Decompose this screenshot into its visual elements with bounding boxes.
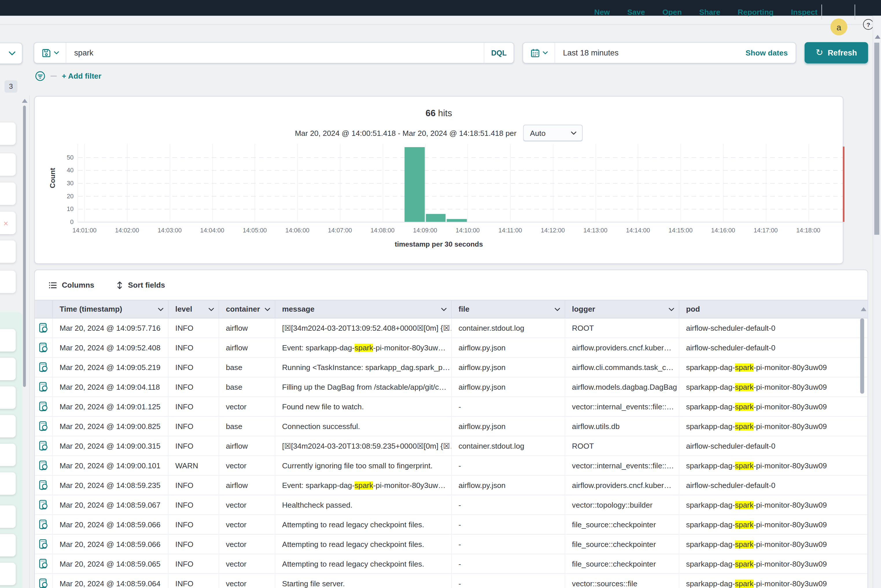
table-scrollbar[interactable] bbox=[860, 318, 864, 393]
inspect-document-icon[interactable] bbox=[39, 519, 48, 530]
sidebar-field-button[interactable] bbox=[0, 271, 16, 293]
nav-separator bbox=[855, 4, 855, 20]
cell-file: - bbox=[452, 456, 565, 475]
chevron-down-icon[interactable] bbox=[669, 308, 674, 311]
table-row: Mar 20, 2024 @ 14:09:00.101WARNvectorCur… bbox=[35, 456, 867, 476]
highlighted-term: spark bbox=[735, 579, 753, 588]
inspect-document-icon[interactable] bbox=[39, 559, 48, 569]
chevron-down-icon[interactable] bbox=[555, 308, 560, 311]
cell-pod: sparkapp-dag-spark-pi-monitor-80y3uw09 bbox=[680, 515, 852, 534]
remove-field-icon[interactable]: × bbox=[0, 218, 8, 228]
nav-link-share[interactable]: Share bbox=[699, 8, 720, 16]
sidebar-field-button[interactable] bbox=[0, 240, 16, 263]
column-label: file bbox=[459, 305, 469, 314]
page-scroll-up-icon[interactable] bbox=[875, 35, 880, 39]
page-scrollbar[interactable] bbox=[874, 43, 879, 235]
add-filter-button[interactable]: + Add filter bbox=[62, 72, 102, 80]
nav-link-open[interactable]: Open bbox=[662, 8, 682, 16]
inspect-document-icon[interactable] bbox=[39, 500, 48, 510]
inspect-document-icon[interactable] bbox=[39, 539, 48, 549]
sidebar-field-button[interactable] bbox=[0, 534, 16, 556]
nav-link-inspect[interactable]: Inspect bbox=[791, 8, 818, 16]
cell-text: sparkapp-dag- bbox=[686, 422, 735, 430]
chevron-down-icon[interactable] bbox=[441, 308, 447, 311]
sidebar-field-button[interactable] bbox=[0, 153, 16, 176]
sidebar-field-button[interactable] bbox=[0, 329, 16, 351]
chevron-down-icon[interactable] bbox=[209, 308, 214, 311]
hits-count: 66 bbox=[425, 108, 436, 118]
table-header-container[interactable]: container bbox=[219, 300, 275, 318]
histogram-bar bbox=[426, 214, 446, 222]
cell-message: [☒[34m2024-03-20T13:08:59.235+0000☒[0m] … bbox=[275, 436, 452, 455]
sidebar-field-button[interactable] bbox=[0, 358, 16, 380]
cell-text: -pi-monitor-80y3uw… bbox=[373, 481, 446, 489]
chevron-down-icon[interactable] bbox=[158, 308, 164, 311]
inspect-document-icon[interactable] bbox=[39, 382, 48, 392]
cell-container: vector bbox=[219, 495, 275, 514]
cell-level: INFO bbox=[168, 574, 219, 588]
columns-button[interactable]: Columns bbox=[48, 280, 94, 290]
cell-container: vector bbox=[219, 456, 275, 475]
sidebar-collapse-button[interactable] bbox=[0, 43, 23, 64]
inspect-document-icon[interactable] bbox=[39, 343, 48, 352]
sidebar-field-button[interactable] bbox=[0, 122, 16, 145]
cell-logger: airflow.cli.commands.task_c… bbox=[565, 358, 679, 376]
help-icon[interactable]: ? bbox=[863, 19, 874, 30]
table-header-message[interactable]: message bbox=[275, 300, 452, 318]
time-range-value[interactable]: Last 18 minutes bbox=[555, 43, 746, 63]
inspect-document-icon[interactable] bbox=[39, 460, 48, 471]
inspect-document-icon[interactable] bbox=[39, 323, 48, 333]
x-axis-title: timestamp per 30 seconds bbox=[35, 240, 842, 248]
sidebar-field-button[interactable] bbox=[0, 415, 16, 438]
nav-link-reporting[interactable]: Reporting bbox=[738, 8, 774, 16]
cell-text: Attempting to read legacy checkpoint fil… bbox=[282, 560, 424, 568]
inspect-document-icon[interactable] bbox=[39, 441, 48, 451]
nav-link-save[interactable]: Save bbox=[627, 8, 645, 16]
sidebar-field-button[interactable] bbox=[0, 444, 16, 466]
table-header-pod[interactable]: pod bbox=[680, 300, 852, 318]
refresh-button[interactable]: ↻ Refresh bbox=[804, 42, 868, 64]
interval-select[interactable]: Auto bbox=[523, 124, 583, 141]
sidebar-field-button[interactable]: × bbox=[0, 212, 16, 234]
filter-icon[interactable] bbox=[35, 70, 45, 81]
cell-pod: airflow-scheduler-default-0 bbox=[680, 318, 852, 338]
table-header-level[interactable]: level bbox=[168, 300, 219, 318]
show-dates-button[interactable]: Show dates bbox=[746, 43, 796, 63]
table-header-file[interactable]: file bbox=[452, 300, 565, 318]
inspect-document-icon[interactable] bbox=[39, 579, 48, 588]
cell-file: airflow.py.json bbox=[452, 476, 565, 495]
table-scroll-up-icon[interactable] bbox=[861, 307, 866, 311]
expand-cell bbox=[35, 554, 53, 573]
expand-cell bbox=[35, 534, 53, 554]
sidebar-scroll-up-icon[interactable] bbox=[22, 99, 27, 103]
table-header-logger[interactable]: logger bbox=[565, 300, 679, 318]
time-range-summary: Mar 20, 2024 @ 14:00:51.418 - Mar 20, 20… bbox=[35, 124, 842, 141]
cell-file: - bbox=[452, 574, 565, 588]
query-language-button[interactable]: DQL bbox=[484, 43, 514, 63]
expand-cell bbox=[35, 338, 53, 357]
cell-time: Mar 20, 2024 @ 14:08:59.067 bbox=[53, 495, 168, 514]
inspect-document-icon[interactable] bbox=[39, 480, 48, 490]
x-tick-label: 14:01:00 bbox=[61, 227, 108, 234]
date-quick-menu[interactable] bbox=[523, 43, 555, 63]
sidebar-field-button[interactable] bbox=[0, 182, 16, 205]
sidebar-field-button[interactable] bbox=[0, 562, 16, 585]
cell-text: Event: sparkapp-dag- bbox=[282, 481, 355, 489]
saved-query-menu[interactable] bbox=[34, 43, 66, 63]
sort-fields-button[interactable]: Sort fields bbox=[116, 280, 165, 290]
cell-message: Starting file server. bbox=[275, 574, 452, 588]
search-input[interactable]: spark bbox=[66, 43, 484, 63]
sidebar-field-button[interactable] bbox=[0, 387, 16, 409]
table-header-time-timestamp[interactable]: Time (timestamp) bbox=[53, 300, 168, 318]
x-tick-label: 14:18:00 bbox=[785, 227, 832, 234]
inspect-document-icon[interactable] bbox=[39, 362, 48, 372]
y-gridline bbox=[78, 157, 845, 158]
sidebar-field-button[interactable] bbox=[0, 506, 16, 528]
sidebar-scrollbar[interactable] bbox=[23, 105, 26, 387]
chevron-down-icon[interactable] bbox=[265, 308, 270, 311]
inspect-document-icon[interactable] bbox=[39, 402, 48, 412]
sidebar-field-button[interactable] bbox=[0, 472, 16, 495]
nav-link-new[interactable]: New bbox=[594, 8, 610, 16]
inspect-document-icon[interactable] bbox=[39, 421, 48, 431]
avatar[interactable]: a bbox=[830, 18, 847, 35]
